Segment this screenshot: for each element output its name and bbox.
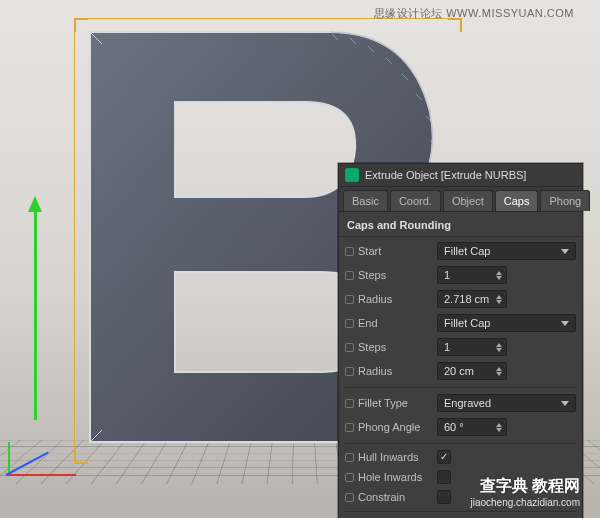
input-steps1[interactable]: 1 — [437, 266, 507, 284]
watermark-top: 思缘设计论坛 WWW.MISSYUAN.COM — [374, 6, 574, 21]
checkbox-constrain[interactable] — [437, 490, 451, 504]
label-fillet-type: Fillet Type — [345, 397, 431, 409]
select-end[interactable]: Fillet Cap — [437, 314, 576, 332]
watermark-bottom: 查字典 教程网 jiaocheng.chazidian.com — [470, 476, 580, 508]
label-radius1: Radius — [345, 293, 431, 305]
label-steps1: Steps — [345, 269, 431, 281]
selection-bbox — [74, 32, 75, 450]
label-constrain: Constrain — [345, 491, 431, 503]
chevron-down-icon — [561, 401, 569, 406]
select-start[interactable]: Fillet Cap — [437, 242, 576, 260]
tab-phong[interactable]: Phong — [540, 190, 590, 211]
tab-object[interactable]: Object — [443, 190, 493, 211]
chevron-down-icon — [561, 321, 569, 326]
chevron-down-icon — [561, 249, 569, 254]
label-radius2: Radius — [345, 365, 431, 377]
tabs: Basic Coord. Object Caps Phong — [339, 187, 582, 212]
label-hole-inwards: Hole Inwards — [345, 471, 431, 483]
input-radius2[interactable]: 20 cm — [437, 362, 507, 380]
section-title: Caps and Rounding — [339, 212, 582, 237]
label-start: Start — [345, 245, 431, 257]
label-hull-inwards: Hull Inwards — [345, 451, 431, 463]
tab-coord[interactable]: Coord. — [390, 190, 441, 211]
panel-title: Extrude Object [Extrude NURBS] — [365, 169, 526, 181]
label-steps2: Steps — [345, 341, 431, 353]
extrude-object-icon — [345, 168, 359, 182]
label-phong-angle: Phong Angle — [345, 421, 431, 433]
selection-corner-icon — [74, 450, 88, 464]
checkbox-hole-inwards[interactable] — [437, 470, 451, 484]
checkbox-hull-inwards[interactable] — [437, 450, 451, 464]
tab-caps[interactable]: Caps — [495, 190, 539, 211]
tab-basic[interactable]: Basic — [343, 190, 388, 211]
label-end: End — [345, 317, 431, 329]
input-phong-angle[interactable]: 60 ° — [437, 418, 507, 436]
axis-y-arrow-icon — [34, 210, 37, 420]
select-fillet-type[interactable]: Engraved — [437, 394, 576, 412]
attributes-panel: Extrude Object [Extrude NURBS] Basic Coo… — [338, 163, 583, 518]
panel-header: Extrude Object [Extrude NURBS] — [339, 164, 582, 187]
input-steps2[interactable]: 1 — [437, 338, 507, 356]
input-radius1[interactable]: 2.718 cm — [437, 290, 507, 308]
